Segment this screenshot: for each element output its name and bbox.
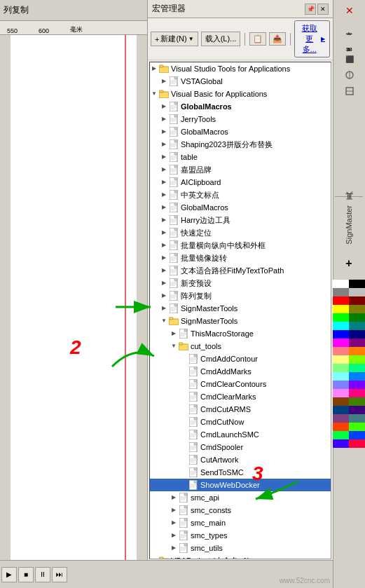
expand-icon[interactable]: ▶ xyxy=(160,278,168,288)
expand-icon[interactable]: ▶ xyxy=(160,253,168,263)
color-cell[interactable] xyxy=(333,423,349,431)
expand-icon[interactable] xyxy=(179,455,188,465)
pause-button[interactable]: ⏸ xyxy=(35,567,50,582)
color-cell[interactable] xyxy=(349,347,365,355)
export-button[interactable]: 📤 xyxy=(269,32,286,46)
tree-item-aiclipboard[interactable]: ▶ AIClipboard xyxy=(150,176,331,189)
tree-item-vbaproject[interactable]: ▶ VBAProject (未命名 -1) xyxy=(150,554,331,559)
expand-icon[interactable]: ▼ xyxy=(170,341,178,351)
color-cell[interactable] xyxy=(333,347,349,355)
color-cell[interactable] xyxy=(349,339,365,347)
tree-item-cutartwork[interactable]: CutArtwork xyxy=(150,453,331,466)
color-cell[interactable] xyxy=(333,339,349,347)
tree-item-smc_utils[interactable]: ▶ smc_utils xyxy=(150,542,331,554)
color-cell[interactable] xyxy=(333,381,349,389)
expand-icon[interactable]: ▼ xyxy=(160,316,168,326)
get-more-button[interactable]: 获取更多... ▶ xyxy=(294,20,330,57)
expand-icon[interactable]: ▶ xyxy=(160,215,168,225)
color-cell[interactable] xyxy=(349,414,365,423)
expand-icon[interactable]: ▶ xyxy=(160,127,168,137)
tree-item-zhongwenbiaodian[interactable]: ▶ 中英文标点 xyxy=(150,189,331,201)
color-cell[interactable] xyxy=(349,439,365,448)
color-cell[interactable] xyxy=(349,372,365,381)
color-cell[interactable] xyxy=(349,389,365,397)
tree-item-cmdclearcontours[interactable]: CmdClearContours xyxy=(150,378,331,390)
expand-icon[interactable]: ▶ xyxy=(160,240,168,250)
play-button[interactable]: ▶ xyxy=(1,567,17,582)
tree-item-signmastertools2[interactable]: ▼ SignMasterTools xyxy=(150,315,331,327)
tree-item-cmdspooler[interactable]: CmdSpooler xyxy=(150,441,331,453)
tree-item-cmdaddcontour[interactable]: CmdAddContour xyxy=(150,353,331,365)
expand-icon[interactable]: ▼ xyxy=(150,89,158,99)
tree-item-smc_types[interactable]: ▶ smc_types xyxy=(150,529,331,542)
expand-icon[interactable] xyxy=(179,430,188,439)
tree-item-cmdcutnow[interactable]: CmdCutNow xyxy=(150,416,331,428)
color-cell[interactable] xyxy=(349,355,365,364)
expand-icon[interactable]: ▶ xyxy=(160,177,168,187)
expand-icon[interactable]: ▶ xyxy=(170,493,178,502)
color-cell[interactable] xyxy=(349,280,365,288)
expand-icon[interactable] xyxy=(179,367,188,376)
color-cell[interactable] xyxy=(333,364,349,372)
expand-icon[interactable]: ▶ xyxy=(170,531,178,540)
color-cell[interactable] xyxy=(349,296,365,305)
expand-icon[interactable]: ▶ xyxy=(160,203,168,212)
expand-icon[interactable]: ▶ xyxy=(150,64,158,74)
tree-item-globalmacros1[interactable]: ▶ GlobalMacros xyxy=(150,100,331,113)
tree-item-cmdclearmarks[interactable]: CmdClearMarks xyxy=(150,390,331,403)
tree-item-kuaisu[interactable]: ▶ 快速定位 xyxy=(150,226,331,239)
tree-item-cmdlaunchsmc[interactable]: CmdLaunchSMC xyxy=(150,428,331,441)
right-icon-6[interactable] xyxy=(337,83,362,99)
expand-icon[interactable]: ▶ xyxy=(160,114,168,124)
expand-icon[interactable] xyxy=(179,354,188,364)
color-cell[interactable] xyxy=(349,322,365,330)
expand-icon[interactable] xyxy=(179,392,188,402)
expand-icon[interactable]: ▶ xyxy=(160,139,168,149)
color-cell[interactable] xyxy=(333,313,349,322)
tree-item-jerrytools[interactable]: ▶ JerryTools xyxy=(150,113,331,125)
right-icon-2[interactable]: 文字 xyxy=(337,19,362,34)
color-cell[interactable] xyxy=(349,305,365,313)
expand-icon[interactable] xyxy=(179,480,188,490)
color-cell[interactable] xyxy=(333,406,349,414)
expand-icon[interactable]: ▶ xyxy=(160,102,168,111)
expand-icon[interactable] xyxy=(179,467,188,477)
expand-icon[interactable]: ▶ xyxy=(160,266,168,275)
tree-item-vsta[interactable]: ▶ Visual Studio Tools for Applications xyxy=(150,62,331,75)
expand-icon[interactable]: ▶ xyxy=(170,518,178,528)
tree-item-sendtosmc[interactable]: SendToSMC xyxy=(150,466,331,479)
expand-icon[interactable]: ▶ xyxy=(170,543,178,553)
color-cell[interactable] xyxy=(349,288,365,296)
color-cell[interactable] xyxy=(349,431,365,439)
expand-icon[interactable]: ▶ xyxy=(160,190,168,200)
tree-item-table[interactable]: ▶ table xyxy=(150,151,331,163)
tree-item-zhenliefuzhi[interactable]: ▶ 阵列复制 xyxy=(150,289,331,302)
tree-item-jiamengpinpai[interactable]: ▶ 嘉盟品牌 xyxy=(150,163,331,176)
expand-icon[interactable] xyxy=(179,417,188,427)
expand-icon[interactable]: ▶ xyxy=(160,291,168,301)
right-icon-5[interactable] xyxy=(337,67,362,83)
tree-item-piliangxuanzhuan[interactable]: ▶ 批量镜像旋转 xyxy=(150,252,331,264)
tree-item-wenben[interactable]: ▶ 文本适合路径FitMyTextToPath xyxy=(150,264,331,277)
panel-pin-btn[interactable]: 📌 xyxy=(305,4,316,15)
color-cell[interactable] xyxy=(349,406,365,414)
tree-item-cut_tools[interactable]: ▼ cut_tools xyxy=(150,340,331,353)
expand-icon[interactable]: ▶ xyxy=(160,76,168,86)
plus-button[interactable]: + xyxy=(336,256,361,271)
color-cell[interactable] xyxy=(333,431,349,439)
color-cell[interactable] xyxy=(333,305,349,313)
color-cell[interactable] xyxy=(333,372,349,381)
tree-item-cmdaddmarks[interactable]: CmdAddMarks xyxy=(150,365,331,378)
color-cell[interactable] xyxy=(333,439,349,448)
new-button[interactable]: + 新建(N) ▼ xyxy=(151,32,198,46)
color-cell[interactable] xyxy=(333,414,349,423)
expand-icon[interactable] xyxy=(179,404,188,414)
tree-item-cmdcutarms[interactable]: CmdCutARMS xyxy=(150,403,331,416)
color-cell[interactable] xyxy=(349,330,365,339)
right-icon-3[interactable]: 图形 xyxy=(337,35,362,50)
expand-icon[interactable] xyxy=(179,442,188,452)
tree-item-globalmacros3[interactable]: ▶ GlobalMacros xyxy=(150,201,331,214)
tree-item-signmastertools1[interactable]: ▶ SignMasterTools xyxy=(150,302,331,315)
stop-button[interactable]: ■ xyxy=(18,567,34,582)
color-cell[interactable] xyxy=(333,389,349,397)
